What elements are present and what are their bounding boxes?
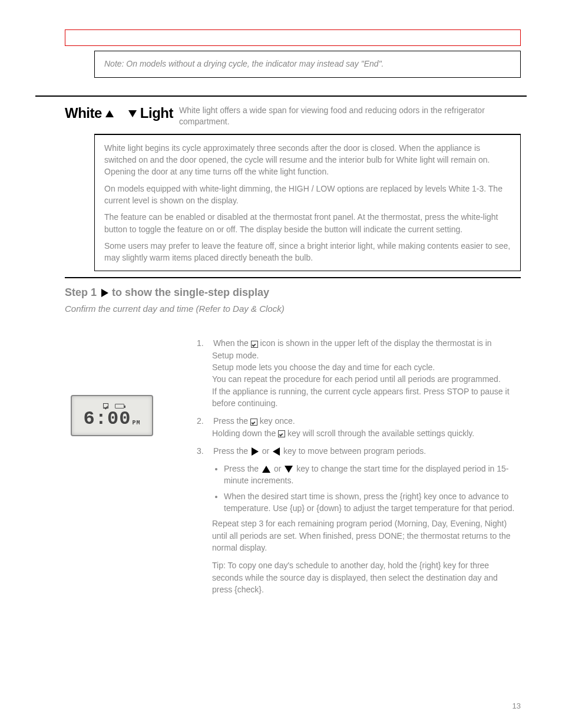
white-body-p3: The feature can be enabled or disabled a… xyxy=(104,211,511,235)
step-2-line-b-pre: Holding down the xyxy=(212,429,278,438)
white-light-desc: White light offers a wide span for viewi… xyxy=(179,105,527,128)
lcd-time-value: 6:00 xyxy=(84,410,131,429)
white-light-body-box: White light begins its cycle approximate… xyxy=(94,134,521,272)
step-2: 2. Press the key once. Holding down the … xyxy=(212,415,515,439)
repeat-note: Repeat step 3 for each remaining program… xyxy=(212,518,515,554)
note-box-text: Note: On models without a drying cycle, … xyxy=(104,59,384,68)
white-light-heading-row: White Light White light offers a wide sp… xyxy=(35,95,527,128)
step-3: 3. Press the or key to move between prog… xyxy=(212,445,515,457)
step-3-b1-mid: or xyxy=(274,464,283,473)
section-divider xyxy=(65,277,521,278)
white-light-title-word1: White xyxy=(65,105,105,121)
down-triangle-icon xyxy=(285,466,293,473)
step-1-number: 1. xyxy=(197,337,211,349)
check-icon xyxy=(250,419,257,426)
step-3-line-a-post: key to move between program periods. xyxy=(283,446,426,456)
down-triangle-icon xyxy=(128,110,137,117)
white-light-title-word2: Light xyxy=(140,105,173,121)
white-light-title: White Light xyxy=(35,105,173,121)
lcd-check-icon xyxy=(103,403,108,409)
step-1-line-c: You can repeat the procedure for each pe… xyxy=(212,374,501,384)
note-box: Note: On models without a drying cycle, … xyxy=(94,51,521,78)
page-number: 13 xyxy=(513,701,521,710)
step-3-number: 3. xyxy=(197,445,211,457)
step-1-line-a-pre: When the xyxy=(213,338,251,348)
step-1-line-b: Setup mode lets you choose the day and t… xyxy=(212,363,435,372)
step-2-number: 2. xyxy=(197,415,211,427)
right-triangle-icon xyxy=(252,447,259,456)
step-3-line-a-pre: Press the xyxy=(213,446,250,456)
step-3-b1-pre: Press the xyxy=(224,464,261,473)
lcd-time-ampm: PM xyxy=(132,420,140,426)
step-1: 1. When the icon is shown in the upper l… xyxy=(212,337,515,409)
up-triangle-icon xyxy=(105,110,114,117)
white-body-p1: White light begins its cycle approximate… xyxy=(104,142,511,178)
check-icon xyxy=(278,430,285,437)
lcd-display: 6:00 PM xyxy=(71,395,153,436)
step-2-line-a-pre: Press the xyxy=(213,416,250,426)
white-body-p4: Some users may prefer to leave the featu… xyxy=(104,240,511,264)
numbered-steps: 1. When the icon is shown in the upper l… xyxy=(212,337,515,595)
single-step-sub: Confirm the current day and time (Refer … xyxy=(65,304,527,314)
left-triangle-icon xyxy=(273,447,280,456)
step-2-line-b-post: key will scroll through the available se… xyxy=(287,429,474,438)
white-body-p2: On models equipped with white-light dimm… xyxy=(104,183,511,207)
warning-box xyxy=(65,29,521,46)
tip-note: Tip: To copy one day's schedule to anoth… xyxy=(212,559,515,595)
lcd-time: 6:00 PM xyxy=(84,410,141,429)
step-3-bullet-1: Press the or key to change the start tim… xyxy=(224,463,515,487)
step-1-line-d: If the appliance is running, the current… xyxy=(212,387,510,408)
lcd-battery-icon xyxy=(115,404,124,409)
step-2-line-a-post: key once. xyxy=(260,416,295,426)
step-3-bullet-2: When the desired start time is shown, pr… xyxy=(224,490,515,515)
step-3-bullets: Press the or key to change the start tim… xyxy=(224,463,515,514)
step-3-line-a-mid: or xyxy=(262,446,272,456)
up-triangle-icon xyxy=(262,466,270,473)
step1-label: Step 1 xyxy=(65,286,97,299)
single-step-heading: Step 1 to show the single-step display xyxy=(65,286,527,299)
step1-text: to show the single-step display xyxy=(112,286,269,299)
check-icon xyxy=(251,341,258,348)
right-triangle-icon xyxy=(101,289,108,297)
